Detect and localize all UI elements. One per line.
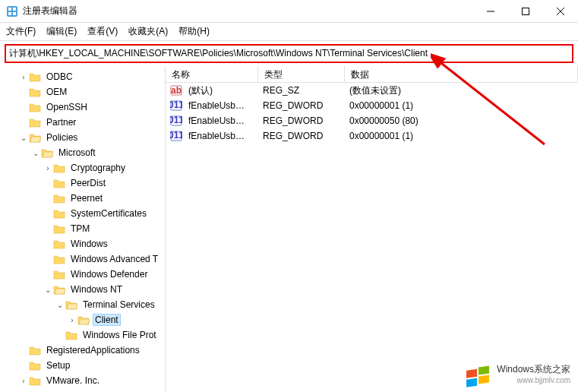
main-area: ›ODBCOEMOpenSSHPartner⌄Policies⌄Microsof… xyxy=(0,66,578,392)
tree-node-windowsadvanced[interactable]: Windows Advanced T xyxy=(0,251,165,267)
window-buttons xyxy=(473,0,578,23)
watermark-url: www.bjjmlv.com xyxy=(497,376,570,384)
svg-rect-21 xyxy=(479,375,489,384)
reg-dw-icon: 011 xyxy=(170,115,182,127)
tree-node-windowsdefender[interactable]: Windows Defender xyxy=(0,267,165,282)
expand-icon[interactable]: ⌄ xyxy=(43,286,53,294)
tree-node-windowsnt[interactable]: ⌄Windows NT xyxy=(0,282,165,297)
svg-rect-3 xyxy=(8,12,11,15)
tree-node-peerdist[interactable]: PeerDist xyxy=(0,175,165,191)
tree-node-microsoft[interactable]: ⌄Microsoft xyxy=(0,145,165,160)
tree-node-vmware[interactable]: ›VMware. Inc. xyxy=(0,373,165,388)
tree-node-client[interactable]: ›Client xyxy=(0,312,165,327)
address-bar[interactable]: 计算机\HKEY_LOCAL_MACHINE\SOFTWARE\Policies… xyxy=(5,44,573,63)
svg-text:011: 011 xyxy=(170,115,182,125)
reg-dw-icon: 011 xyxy=(170,130,182,142)
cell-type: REG_DWORD xyxy=(257,115,343,126)
list-header: 名称 类型 数据 xyxy=(166,66,578,83)
tree-label: OEM xyxy=(44,86,69,98)
folder-icon xyxy=(53,239,65,249)
cell-type: REG_SZ xyxy=(257,85,343,96)
tree-node-setup[interactable]: Setup xyxy=(0,358,165,373)
folder-icon xyxy=(29,87,41,97)
tree-node-registeredapplications[interactable]: RegisteredApplications xyxy=(0,343,165,358)
tree-label: Partner xyxy=(44,116,78,128)
cell-name: fEnableUsbSel... xyxy=(182,131,257,141)
folder-icon xyxy=(53,254,65,264)
folder-icon xyxy=(53,223,65,234)
tree-label: PeerDist xyxy=(68,177,108,189)
tree-label: TPM xyxy=(68,223,92,235)
folder-icon xyxy=(53,208,65,219)
folder-icon xyxy=(53,193,65,204)
tree-node-tpm[interactable]: TPM xyxy=(0,221,165,236)
folder-icon xyxy=(41,147,53,158)
cell-data: 0x00000050 (80) xyxy=(343,115,578,126)
cell-name: fEnableUsbBlo... xyxy=(182,100,257,111)
cell-data: (数值未设置) xyxy=(343,84,578,97)
folder-icon xyxy=(65,330,77,340)
menu-help[interactable]: 帮助(H) xyxy=(178,25,210,38)
cell-data: 0x00000001 (1) xyxy=(343,100,578,111)
svg-rect-20 xyxy=(466,378,477,387)
list-row[interactable]: ab(默认)REG_SZ(数值未设置) xyxy=(166,83,578,98)
tree-label: Setup xyxy=(44,359,72,371)
folder-icon xyxy=(29,375,41,386)
tree-node-windows[interactable]: Windows xyxy=(0,236,165,251)
expand-icon[interactable]: › xyxy=(18,73,29,81)
tree-node-cryptography[interactable]: ›Cryptography xyxy=(0,160,165,175)
svg-text:ab: ab xyxy=(171,85,182,96)
menu-favorites[interactable]: 收藏夹(A) xyxy=(128,25,168,38)
tree-node-windowsfileprot[interactable]: Windows File Prot xyxy=(0,327,165,343)
maximize-button[interactable] xyxy=(508,0,543,23)
svg-rect-6 xyxy=(523,8,529,14)
tree-label: SystemCertificates xyxy=(68,207,149,220)
folder-icon xyxy=(65,299,77,310)
tree-node-terminalservices[interactable]: ⌄Terminal Services xyxy=(0,297,165,312)
menu-edit[interactable]: 编辑(E) xyxy=(46,25,77,38)
list-panel: 名称 类型 数据 ab(默认)REG_SZ(数值未设置)011fEnableUs… xyxy=(166,66,578,392)
cell-name: (默认) xyxy=(182,84,257,97)
folder-icon xyxy=(53,284,65,295)
expand-icon[interactable]: › xyxy=(43,164,53,172)
folder-icon xyxy=(53,269,65,280)
folder-icon xyxy=(29,102,41,112)
expand-icon[interactable]: › xyxy=(67,316,77,324)
tree-label: Microsoft xyxy=(56,147,98,159)
reg-sz-icon: ab xyxy=(170,84,182,96)
svg-text:011: 011 xyxy=(170,130,182,141)
tree-node-odbc[interactable]: ›ODBC xyxy=(0,69,165,84)
minimize-button[interactable] xyxy=(473,0,508,23)
tree-node-peernet[interactable]: Peernet xyxy=(0,191,165,206)
tree-node-oem[interactable]: OEM xyxy=(0,84,165,100)
menu-view[interactable]: 查看(V) xyxy=(87,25,118,38)
list-row[interactable]: 011fEnableUsbSel...REG_DWORD0x00000001 (… xyxy=(166,128,578,144)
tree-node-openssh[interactable]: OpenSSH xyxy=(0,100,165,115)
tree-node-policies[interactable]: ⌄Policies xyxy=(0,130,165,145)
app-icon xyxy=(6,5,18,17)
tree-node-partner[interactable]: Partner xyxy=(0,115,165,130)
tree-node-systemcertificates[interactable]: SystemCertificates xyxy=(0,206,165,221)
titlebar: 注册表编辑器 xyxy=(0,0,578,23)
close-button[interactable] xyxy=(543,0,578,23)
menubar: 文件(F) 编辑(E) 查看(V) 收藏夹(A) 帮助(H) xyxy=(0,23,578,41)
column-type[interactable]: 类型 xyxy=(258,66,345,82)
cell-data: 0x00000001 (1) xyxy=(343,131,578,141)
column-data[interactable]: 数据 xyxy=(345,66,578,82)
expand-icon[interactable]: ⌄ xyxy=(18,134,29,142)
menu-file[interactable]: 文件(F) xyxy=(6,25,36,38)
column-name[interactable]: 名称 xyxy=(166,66,258,82)
tree-label: RegisteredApplications xyxy=(44,344,142,356)
tree-label: OpenSSH xyxy=(44,101,90,113)
folder-icon xyxy=(29,360,41,371)
expand-icon[interactable]: › xyxy=(18,377,29,385)
tree-label: Cryptography xyxy=(68,162,128,174)
svg-rect-1 xyxy=(8,8,11,11)
tree-label: Policies xyxy=(44,131,80,144)
list-row[interactable]: 011fEnableUsbBlo...REG_DWORD0x00000001 (… xyxy=(166,98,578,113)
tree-panel[interactable]: ›ODBCOEMOpenSSHPartner⌄Policies⌄Microsof… xyxy=(0,66,166,392)
expand-icon[interactable]: ⌄ xyxy=(55,301,65,309)
list-row[interactable]: 011fEnableUsbNo...REG_DWORD0x00000050 (8… xyxy=(166,113,578,128)
expand-icon[interactable]: ⌄ xyxy=(30,149,41,157)
windows-logo-icon xyxy=(465,360,492,387)
